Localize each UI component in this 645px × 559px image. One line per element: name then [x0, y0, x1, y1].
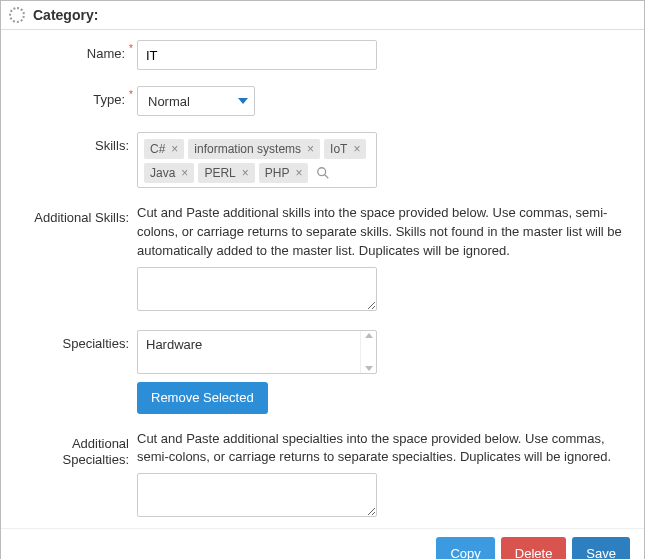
remove-tag-icon[interactable]: × [353, 142, 360, 156]
skill-tag-label: PHP [265, 166, 290, 180]
remove-selected-button[interactable]: Remove Selected [137, 382, 268, 414]
skill-tag-label: IoT [330, 142, 347, 156]
copy-button[interactable]: Copy [436, 537, 494, 559]
additional-skills-help: Cut and Paste additional skills into the… [137, 204, 627, 261]
scroll-up-icon[interactable] [365, 333, 373, 338]
additional-specialties-textarea[interactable] [137, 473, 377, 517]
remove-tag-icon[interactable]: × [181, 166, 188, 180]
type-select[interactable]: Normal [137, 86, 255, 116]
skill-tag: Java× [144, 163, 194, 183]
name-input[interactable] [137, 40, 377, 70]
remove-tag-icon[interactable]: × [171, 142, 178, 156]
skill-tag: information systems× [188, 139, 320, 159]
additional-skills-textarea[interactable] [137, 267, 377, 311]
chevron-down-icon [238, 98, 248, 104]
skill-tag-label: Java [150, 166, 175, 180]
required-marker: * [129, 43, 133, 54]
skill-tag: PHP× [259, 163, 309, 183]
remove-tag-icon[interactable]: × [242, 166, 249, 180]
skill-tag: C#× [144, 139, 184, 159]
scroll-down-icon[interactable] [365, 366, 373, 371]
skill-tag: IoT× [324, 139, 366, 159]
skill-tag-label: PERL [204, 166, 235, 180]
form-body: Name:* Type:* Normal Skills: C#×informat… [1, 30, 644, 520]
name-label: Name:* [17, 40, 137, 61]
specialties-listbox[interactable]: Hardware [137, 330, 377, 374]
form-header: Category: [1, 1, 644, 30]
skills-tagbox[interactable]: C#×information systems×IoT×Java×PERL×PHP… [137, 132, 377, 188]
save-button[interactable]: Save [572, 537, 630, 559]
specialties-scrollbar[interactable] [360, 331, 376, 373]
skill-tag-label: C# [150, 142, 165, 156]
search-icon[interactable] [316, 166, 330, 180]
category-icon [9, 7, 25, 23]
type-select-value: Normal [148, 94, 190, 109]
required-marker: * [129, 89, 133, 100]
skill-tag: PERL× [198, 163, 254, 183]
form-footer: Copy Delete Save [1, 528, 644, 559]
delete-button[interactable]: Delete [501, 537, 567, 559]
remove-tag-icon[interactable]: × [307, 142, 314, 156]
additional-skills-label: Additional Skills: [17, 204, 137, 225]
svg-point-0 [318, 168, 326, 176]
specialties-label: Specialties: [17, 330, 137, 351]
skills-label: Skills: [17, 132, 137, 153]
category-form-window: Category: Name:* Type:* Normal [0, 0, 645, 559]
additional-specialties-label: Additional Specialties: [17, 430, 137, 470]
skill-tag-label: information systems [194, 142, 301, 156]
type-label: Type:* [17, 86, 137, 107]
additional-specialties-help: Cut and Paste additional specialties int… [137, 430, 627, 468]
remove-tag-icon[interactable]: × [295, 166, 302, 180]
page-title: Category: [33, 7, 98, 23]
list-item[interactable]: Hardware [146, 337, 352, 352]
svg-line-1 [325, 175, 329, 179]
